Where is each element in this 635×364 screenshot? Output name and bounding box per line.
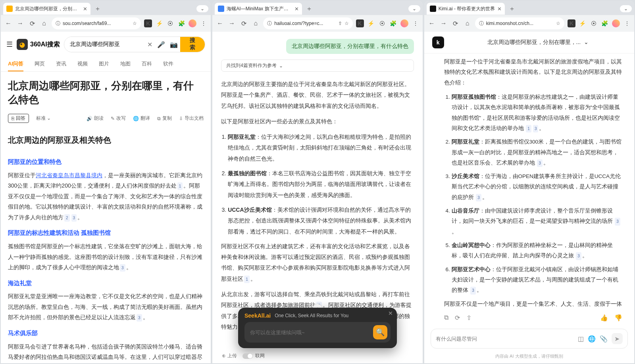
browser-menu-icon[interactable]: ⋮	[200, 19, 208, 27]
copy-button[interactable]: ⧉ 复制	[157, 115, 172, 122]
globe-icon[interactable]: 🌐	[588, 335, 596, 343]
browser-tab[interactable]: 海螺AI—MiniMax 旗下生产力... ✕	[215, 3, 302, 15]
forward-icon[interactable]: →	[227, 20, 236, 27]
share-icon[interactable]: ⇧	[466, 314, 471, 322]
site-logo[interactable]: ◕ 360AI搜索	[17, 39, 60, 50]
citation[interactable]: 3	[576, 252, 581, 260]
forward-icon[interactable]: →	[16, 20, 25, 27]
back-icon[interactable]: ←	[4, 20, 13, 27]
back-icon[interactable]: ←	[427, 20, 436, 27]
tab-ai-answer[interactable]: AI问答	[8, 57, 23, 71]
citation[interactable]: 3	[476, 194, 481, 202]
extension-k-icon[interactable]: K	[356, 19, 364, 27]
extension-dots-icon[interactable]: ⦿	[590, 19, 598, 27]
references-toggle[interactable]: 共找到4篇资料作为参考⌄	[221, 59, 414, 72]
home-icon[interactable]: ⌂	[251, 20, 260, 27]
extension-bolt-icon[interactable]: ⚡	[367, 19, 375, 27]
citation[interactable]: 3	[615, 218, 620, 226]
profile-avatar[interactable]	[189, 19, 196, 27]
extension-dots-icon[interactable]: ⦿	[378, 19, 386, 27]
address-bar[interactable]: ⓘ kimi.moonshot.cn/ch... ☆	[475, 17, 564, 29]
profile-avatar[interactable]	[612, 19, 620, 27]
browser-menu-icon[interactable]: ⋮	[623, 19, 631, 27]
site-info-icon[interactable]: ⓘ	[267, 20, 272, 27]
chat-input[interactable]	[436, 336, 574, 342]
profile-avatar[interactable]	[400, 19, 408, 27]
rewrite-button[interactable]: ✎ 改写	[111, 115, 126, 122]
camera-icon[interactable]: 📷	[167, 37, 180, 52]
thumbs-down-icon[interactable]: 👎	[614, 314, 622, 322]
new-tab-button[interactable]: ＋	[92, 5, 103, 13]
voice-icon[interactable]: 🎤	[155, 37, 167, 52]
network-toggle[interactable]: 联网	[242, 353, 265, 359]
address-bar[interactable]: ⓘ hailuoai.com/?type=c... ⇧ ☆	[263, 17, 352, 29]
conversation-title[interactable]: 北京周边哪些阿那亚，分别在哪里，... ⌄	[450, 39, 626, 46]
bookmark-icon[interactable]: ☆	[556, 21, 560, 26]
tab-video[interactable]: 视频	[77, 57, 88, 71]
reload-icon[interactable]: ⟳	[28, 20, 37, 27]
upload-button[interactable]: ⊕ 上传	[222, 353, 237, 359]
export-button[interactable]: ⇩ 导出文档	[179, 115, 204, 122]
section-chapel-heading[interactable]: 海边礼堂	[8, 278, 32, 289]
regenerate-icon[interactable]: ⟳	[455, 314, 460, 322]
extension-k-icon[interactable]: K	[568, 19, 575, 27]
site-info-icon[interactable]: ⓘ	[56, 20, 60, 27]
hamburger-icon[interactable]: ☰	[6, 40, 13, 49]
copy-icon[interactable]: ⧉	[444, 314, 448, 322]
tab-map[interactable]: 地图	[120, 57, 131, 71]
home-icon[interactable]: ⌂	[40, 20, 48, 27]
reload-icon[interactable]: ⟳	[239, 20, 248, 27]
share-icon[interactable]: ⇧	[338, 21, 342, 26]
extension-puzzle-icon[interactable]: 🧩	[389, 19, 397, 27]
citation[interactable]: 1	[526, 125, 531, 133]
citation[interactable]: 2	[64, 214, 70, 222]
new-tab-button[interactable]: ＋	[304, 5, 315, 13]
close-tab-icon[interactable]: ✕	[497, 6, 502, 12]
tab-software[interactable]: 软件	[163, 57, 173, 71]
tab-baike[interactable]: 百科	[142, 57, 152, 71]
clear-icon[interactable]: ✕	[145, 37, 155, 52]
read-aloud-button[interactable]: 🔊 朗读	[87, 115, 104, 122]
search-button[interactable]: 搜索一下	[180, 37, 205, 52]
tab-image[interactable]: 图片	[99, 57, 109, 71]
section-library-heading[interactable]: 孤独图书馆	[81, 227, 111, 239]
section-location-heading[interactable]: 阿那亚的位置和特色	[8, 156, 62, 168]
extension-bolt-icon[interactable]: ⚡	[579, 19, 587, 27]
tab-list-dropdown[interactable]: ⌄	[620, 5, 632, 12]
kimi-logo[interactable]: k	[432, 36, 444, 48]
tab-web[interactable]: 网页	[35, 57, 45, 71]
location-link[interactable]: 河北省秦皇岛市昌黎县境内	[36, 172, 102, 178]
extension-k-icon[interactable]: K	[144, 19, 152, 27]
seekall-search-icon[interactable]: 🔍	[373, 325, 387, 339]
tab-list-dropdown[interactable]: ⌄	[408, 5, 420, 12]
bookmark-icon[interactable]: ☆	[344, 21, 349, 26]
site-info-icon[interactable]: ⓘ	[479, 20, 484, 27]
address-bar[interactable]: ⓘ sou.com/search/fa69... ☆	[52, 17, 141, 29]
toggle-switch[interactable]	[242, 353, 253, 359]
thumbs-up-icon[interactable]: 👍	[600, 314, 608, 322]
citation[interactable]: 1	[244, 276, 250, 284]
forward-icon[interactable]: →	[439, 20, 448, 27]
citation[interactable]: 1	[177, 182, 183, 190]
citation[interactable]: 3	[537, 159, 543, 167]
extension-puzzle-icon[interactable]: 🧩	[177, 19, 185, 27]
new-tab-button[interactable]: ＋	[506, 5, 518, 13]
browser-tab[interactable]: 北京周边哪些阿那亚，分别在哪... ✕	[3, 3, 90, 15]
extension-bolt-icon[interactable]: ⚡	[155, 19, 163, 27]
seekall-input[interactable]	[250, 330, 373, 335]
section-arch-heading[interactable]: 阿那亚的标志性建筑和活动	[8, 227, 79, 239]
tab-list-dropdown[interactable]: ⌄	[196, 5, 208, 12]
reload-icon[interactable]: ⟳	[451, 20, 460, 27]
send-button[interactable]: ➤	[612, 333, 623, 344]
citation[interactable]: 3	[120, 264, 125, 272]
standard-label[interactable]: 标准 ⌄	[36, 115, 51, 122]
extension-puzzle-icon[interactable]: 🧩	[601, 19, 609, 27]
citation[interactable]: 3	[533, 125, 539, 133]
back-icon[interactable]: ←	[216, 20, 224, 27]
close-tab-icon[interactable]: ✕	[294, 6, 299, 12]
extension-dots-icon[interactable]: ⦿	[166, 19, 174, 27]
attach-icon[interactable]: 📎	[600, 335, 608, 343]
citation[interactable]: 3	[137, 314, 142, 322]
citation[interactable]: 3	[71, 214, 77, 222]
close-icon[interactable]: ✕	[388, 310, 393, 316]
